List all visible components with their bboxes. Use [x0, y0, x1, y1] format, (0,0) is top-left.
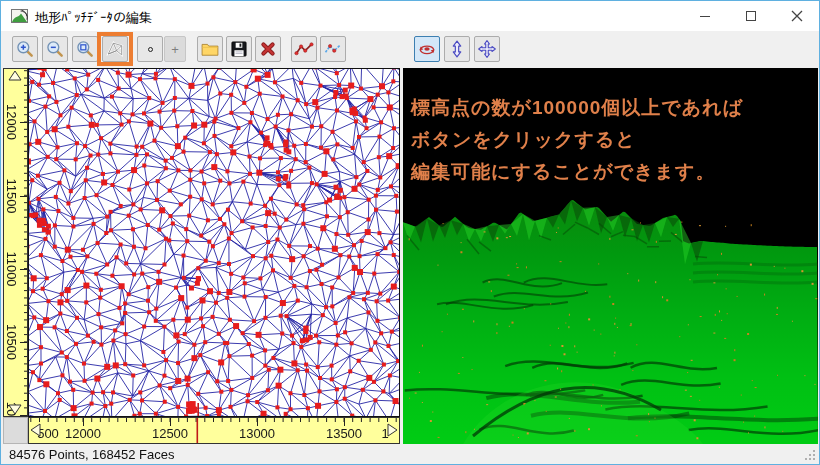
- y-axis-ticks: [3, 68, 28, 417]
- annotation-line-2: ボタンをクリックすると: [411, 124, 743, 156]
- red-polyline-icon: [294, 39, 314, 59]
- delete-button[interactable]: [255, 36, 281, 62]
- small-dot-icon: [148, 47, 153, 52]
- plus-icon: +: [171, 43, 179, 56]
- rotate-icon: [417, 39, 437, 59]
- content-area: 標高点の数が100000個以上であれば ボタンをクリックすると 編集可能にするこ…: [1, 67, 819, 444]
- y-axis-ruler: [3, 68, 28, 417]
- status-text: 84576 Points, 168452 Faces: [9, 447, 175, 462]
- open-file-button[interactable]: [197, 36, 223, 62]
- x-axis-ticks: [28, 417, 400, 444]
- status-bar: 84576 Points, 168452 Faces: [1, 444, 819, 464]
- app-window: 地形ﾊﾟｯﾁﾃﾞｰﾀの編集: [0, 0, 820, 465]
- zoom-in-button[interactable]: [12, 36, 38, 62]
- rotate-view-button[interactable]: [414, 36, 440, 62]
- zoom-out-button[interactable]: [42, 36, 68, 62]
- window-title: 地形ﾊﾟｯﾁﾃﾞｰﾀの編集: [35, 9, 152, 27]
- elevate-view-button[interactable]: [444, 36, 470, 62]
- profile-line-blue-button[interactable]: [320, 36, 346, 62]
- x-axis-ruler: [28, 417, 400, 444]
- red-x-icon: [258, 39, 278, 59]
- point-size-button[interactable]: [137, 36, 163, 62]
- minimize-icon: [700, 16, 710, 17]
- scroll-down-arrow[interactable]: [8, 404, 22, 415]
- add-point-button[interactable]: +: [164, 36, 186, 62]
- save-file-button[interactable]: [226, 36, 252, 62]
- edit-mesh-button[interactable]: [102, 36, 128, 62]
- save-icon: [229, 39, 249, 59]
- minimize-button[interactable]: [682, 1, 727, 31]
- tin-mesh-view[interactable]: [29, 69, 399, 416]
- close-icon: [791, 10, 803, 22]
- mesh-icon: [105, 39, 125, 59]
- pan-view-button[interactable]: [474, 36, 500, 62]
- up-down-arrow-icon: [447, 39, 467, 59]
- profile-line-red-button[interactable]: [291, 36, 317, 62]
- toolbar: +: [1, 31, 819, 67]
- annotation-line-1: 標高点の数が100000個以上であれば: [411, 92, 743, 124]
- scroll-up-arrow[interactable]: [8, 70, 22, 81]
- ruler-corner: [3, 417, 28, 444]
- scroll-left-arrow[interactable]: [30, 423, 41, 437]
- mesh-panel: [28, 68, 400, 417]
- folder-icon: [200, 39, 220, 59]
- resize-grip[interactable]: [804, 449, 817, 462]
- blue-polyline-icon: [323, 39, 343, 59]
- annotation-text: 標高点の数が100000個以上であれば ボタンをクリックすると 編集可能にするこ…: [411, 92, 743, 188]
- app-icon: [11, 9, 28, 24]
- zoom-out-icon: [45, 39, 65, 59]
- zoom-window-button[interactable]: [72, 36, 98, 62]
- annotation-line-3: 編集可能にすることができます。: [411, 156, 743, 188]
- close-button[interactable]: [774, 1, 819, 31]
- terrain-panel: 標高点の数が100000個以上であれば ボタンをクリックすると 編集可能にするこ…: [403, 68, 818, 444]
- zoom-in-icon: [15, 39, 35, 59]
- title-bar: 地形ﾊﾟｯﾁﾃﾞｰﾀの編集: [1, 1, 819, 31]
- scroll-right-arrow[interactable]: [387, 423, 398, 437]
- zoom-window-icon: [75, 39, 95, 59]
- maximize-icon: [746, 11, 756, 21]
- four-way-arrow-icon: [477, 39, 497, 59]
- maximize-button[interactable]: [728, 1, 773, 31]
